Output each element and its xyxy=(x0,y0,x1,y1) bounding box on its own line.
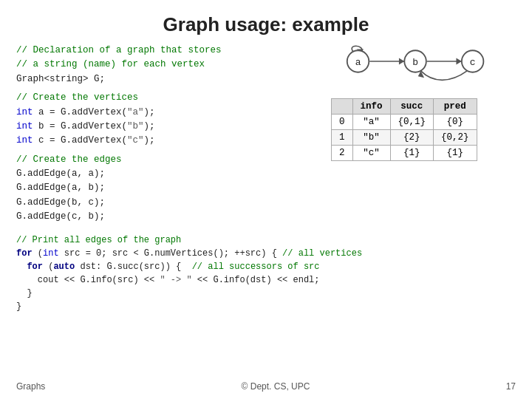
svg-marker-4 xyxy=(399,58,404,64)
footer: Graphs © Dept. CS, UPC 17 xyxy=(0,381,532,392)
table-row: 2 "c" {1} {1} xyxy=(332,146,477,161)
vertex-a-line: int a = G.addVertex("a"); xyxy=(16,106,331,120)
edges-block: // Create the edges G.addEdge(a, a); G.a… xyxy=(16,153,331,225)
edge-cb-line: G.addEdge(c, b); xyxy=(16,210,331,224)
edge-ab-line: G.addEdge(a, b); xyxy=(16,181,331,195)
edges-comment: // Create the edges xyxy=(16,153,331,167)
table-cell: 2 xyxy=(332,146,353,161)
for-loop-line: for (int src = 0; src < G.numVertices();… xyxy=(16,247,516,260)
print-comment: // Print all edges of the graph xyxy=(16,233,516,247)
edge-bc-line: G.addEdge(b, c); xyxy=(16,196,331,210)
edge-aa-line: G.addEdge(a, a); xyxy=(16,167,331,181)
table-cell: {0} xyxy=(434,115,477,130)
table-cell: "b" xyxy=(352,130,390,146)
table-header-succ: succ xyxy=(390,99,434,115)
bottom-code-section: // Print all edges of the graph for (int… xyxy=(0,229,532,313)
table-cell: {1} xyxy=(390,146,434,161)
table-cell: {2} xyxy=(390,130,434,146)
table-row: 0 "a" {0,1} {0} xyxy=(332,115,477,130)
table-header-pred: pred xyxy=(434,99,477,115)
footer-right: 17 xyxy=(506,381,516,392)
graph-diagram: a b c xyxy=(331,44,501,88)
table-cell: 0 xyxy=(332,115,353,130)
declaration-block: // Declaration of a graph that stores //… xyxy=(16,44,331,86)
svg-text:a: a xyxy=(355,57,361,68)
table-cell: 1 xyxy=(332,130,353,146)
diagram-area: a b c info succ pre xyxy=(331,44,516,229)
info-table: info succ pred 0 "a" {0,1} {0} 1 "b" {2}… xyxy=(331,98,477,161)
table-cell: {1} xyxy=(434,146,477,161)
svg-text:b: b xyxy=(412,57,418,68)
table-header-info: info xyxy=(352,99,390,115)
table-cell: {0,2} xyxy=(434,130,477,146)
table-cell: "a" xyxy=(352,115,390,130)
vertex-b-line: int b = G.addVertex("b"); xyxy=(16,120,331,134)
footer-center: © Dept. CS, UPC xyxy=(242,381,310,392)
code-section: // Declaration of a graph that stores //… xyxy=(16,44,331,229)
for-auto-line: for (auto dst: G.succ(src)) { // all suc… xyxy=(16,260,516,273)
comment-line-1: // Declaration of a graph that stores xyxy=(16,44,331,58)
declaration-code: Graph<string> G; xyxy=(16,72,331,86)
comment-line-2: // a string (name) for each vertex xyxy=(16,58,331,72)
svg-text:c: c xyxy=(470,57,476,68)
table-cell: {0,1} xyxy=(390,115,434,130)
footer-left: Graphs xyxy=(16,381,45,392)
inner-close: } xyxy=(16,287,516,300)
vertex-c-line: int c = G.addVertex("c"); xyxy=(16,134,331,148)
table-header-index xyxy=(332,99,353,115)
cout-line: cout << G.info(src) << " -> " << G.info(… xyxy=(16,273,516,287)
vertices-block: // Create the vertices int a = G.addVert… xyxy=(16,91,331,149)
vertices-comment: // Create the vertices xyxy=(16,91,331,105)
table-cell: "c" xyxy=(352,146,390,161)
outer-close: } xyxy=(16,300,516,313)
table-row: 1 "b" {2} {0,2} xyxy=(332,130,477,146)
page-title: Graph usage: example xyxy=(0,0,532,44)
svg-marker-8 xyxy=(456,58,461,64)
